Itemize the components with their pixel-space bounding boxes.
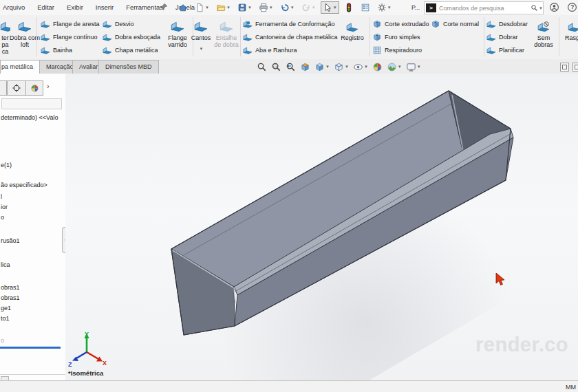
registro-button[interactable]: Registro — [337, 17, 367, 41]
print-button[interactable]: ▼ — [257, 1, 275, 14]
panel-divider — [0, 374, 65, 375]
simple-hole-button[interactable]: Furo simples — [372, 31, 420, 43]
tab-pa-metálica[interactable]: pa metálica — [0, 60, 44, 74]
tree-item[interactable]: to1 — [1, 315, 10, 322]
display-style-button[interactable]: ▼ — [334, 62, 349, 72]
home-button[interactable] — [176, 1, 190, 14]
no-bends-button[interactable]: Sem dobras — [528, 17, 559, 48]
edge-flange-button[interactable]: Flange de aresta — [41, 18, 100, 30]
command-search[interactable]: > Comandos de pesquisa ▼ — [424, 1, 544, 14]
hem-button[interactable]: Bainha — [41, 44, 72, 56]
undo-button[interactable]: ▼ — [278, 1, 297, 14]
convert-to-sheet-metal-button[interactable]: ter pa ca — [0, 17, 10, 55]
watermark: render.co — [475, 334, 568, 356]
search-dropdown-arrow[interactable]: ▼ — [539, 6, 543, 10]
tree-item[interactable]: obras1 — [1, 294, 20, 301]
swept-flange-button[interactable]: Flange varrido — [163, 17, 192, 48]
zoom-to-fit-button[interactable] — [257, 62, 267, 72]
previous-view-button[interactable] — [286, 62, 296, 72]
quick-access-toolbar: ▼▼▼▼▼▼▼▼ — [175, 0, 395, 15]
tree-item[interactable]: o — [1, 337, 4, 344]
options-gear-button[interactable]: ▼ — [375, 1, 394, 14]
display-manager-icon — [30, 84, 39, 93]
tree-item[interactable]: determinado) <<Valo — [1, 114, 58, 121]
menu-bar: ArquivoEditarExibirInserirFerramentasJan… — [0, 0, 578, 16]
rip-button[interactable]: Rasgo — [560, 17, 578, 41]
view-orientation-button[interactable]: ▼ — [314, 62, 330, 72]
miter-flange-button[interactable]: Flange contínuo — [41, 31, 98, 43]
jog-button[interactable]: Desvio — [103, 18, 134, 30]
performance-evaluation-button[interactable] — [358, 1, 372, 14]
ribbon-pin-button[interactable] — [560, 63, 569, 72]
vent-button[interactable]: Respiradouro — [372, 44, 422, 56]
rollback-bar[interactable] — [0, 347, 61, 349]
menu-inserir[interactable]: Inserir — [89, 0, 120, 15]
unfold-button[interactable]: Desdobrar — [486, 18, 528, 30]
axis-z-label: Z — [68, 361, 72, 368]
flatten-button[interactable]: Planificar — [486, 44, 524, 56]
menu-exibir[interactable]: Exibir — [61, 0, 89, 15]
corners-icon — [194, 19, 208, 33]
extruded-cut-button[interactable]: Corte extrudado — [372, 18, 429, 30]
view-orientation-label: *Isométrica — [68, 369, 103, 377]
tree-item[interactable]: e(1) — [1, 162, 12, 168]
main-area: › determinado) <<Valoe(1)ão especificado… — [0, 74, 578, 380]
pin-menu-icon[interactable] — [160, 3, 168, 11]
corners-dropdown-arrow[interactable]: ▼ — [189, 45, 213, 52]
lofted-bend-icon — [18, 19, 32, 33]
tree-item[interactable]: ge1 — [1, 305, 11, 312]
section-view-button[interactable] — [300, 62, 310, 72]
open-button[interactable]: ▼ — [214, 1, 233, 14]
menu-editar[interactable]: Editar — [31, 0, 61, 15]
registro-icon — [346, 21, 358, 33]
units-indicator[interactable]: MM — [566, 384, 576, 391]
ribbon-collapse-button[interactable] — [572, 63, 578, 72]
zoom-to-area-button[interactable] — [271, 62, 281, 72]
tab-dimensões-mbd[interactable]: Dimensões MBD — [98, 60, 159, 74]
redo-button[interactable]: ▼ — [299, 1, 318, 14]
vent-icon — [372, 45, 382, 55]
crosshair-icon — [12, 83, 21, 93]
tab-and-slot-button[interactable]: Aba e Ranhura — [243, 44, 297, 56]
hide-show-items-button[interactable]: ▼ — [353, 62, 368, 72]
axis-y-label: Y — [85, 331, 89, 338]
featuremanager-tab-partial[interactable] — [0, 80, 7, 96]
tree-item[interactable]: rusão1 — [1, 237, 20, 244]
lofted-bend-button[interactable]: Dobra com loft — [10, 17, 40, 48]
tree-item[interactable]: lica — [1, 261, 10, 268]
base-flange-button[interactable]: Chapa metálica — [103, 44, 158, 56]
graphics-viewport[interactable]: Y X Z *Isométrica render.co — [65, 74, 578, 380]
unfold-icon — [486, 19, 496, 29]
view-settings-button[interactable]: ▼ — [406, 62, 421, 72]
user-account-icon[interactable] — [549, 2, 559, 12]
normal-cut-button[interactable]: Corte normal — [431, 18, 479, 30]
sheet-metal-gusset-button[interactable]: Cantoneira de chapa metálica — [243, 31, 338, 43]
tab-and-slot-icon — [243, 45, 253, 55]
panel-expand-chevron[interactable]: › — [47, 82, 50, 90]
feature-manager-panel: › determinado) <<Valoe(1)ão especificado… — [0, 74, 66, 380]
menu-items: ArquivoEditarExibirInserirFerramentasJan… — [0, 0, 201, 15]
tree-item[interactable]: o — [1, 214, 4, 221]
tree-item[interactable]: obras1 — [1, 284, 20, 291]
forming-tool-button[interactable]: Ferramenta de Conformação — [243, 18, 335, 30]
apply-scene-button[interactable]: ▼ — [387, 62, 402, 72]
fold-button[interactable]: Dobrar — [486, 31, 518, 43]
tree-item[interactable]: l — [1, 193, 2, 200]
corners-button[interactable]: Cantos ▼ — [189, 17, 213, 52]
menu-arquivo[interactable]: Arquivo — [0, 0, 31, 15]
edit-appearance-button[interactable] — [372, 62, 383, 72]
displaymanager-tab[interactable] — [25, 80, 43, 96]
save-button[interactable]: ▼ — [235, 1, 254, 14]
tree-item[interactable]: ior — [1, 204, 8, 210]
select-cursor-button[interactable]: ▼ — [321, 1, 339, 14]
search-magnifier-icon[interactable] — [531, 4, 538, 12]
toolbar-overflow-label[interactable]: P... — [411, 4, 420, 11]
tree-filter-input[interactable] — [1, 98, 62, 109]
tree-item[interactable]: ão especificado> — [1, 182, 47, 188]
sketched-bend-button[interactable]: Dobra esboçada — [103, 31, 160, 43]
new-document-button[interactable]: ▼ — [193, 1, 211, 14]
help-icon[interactable]: ? — [567, 2, 577, 12]
propertymanager-tab[interactable] — [7, 80, 26, 96]
reference-triad: Y X Z — [68, 329, 107, 369]
rebuild-traffic-light-button[interactable] — [342, 1, 356, 14]
